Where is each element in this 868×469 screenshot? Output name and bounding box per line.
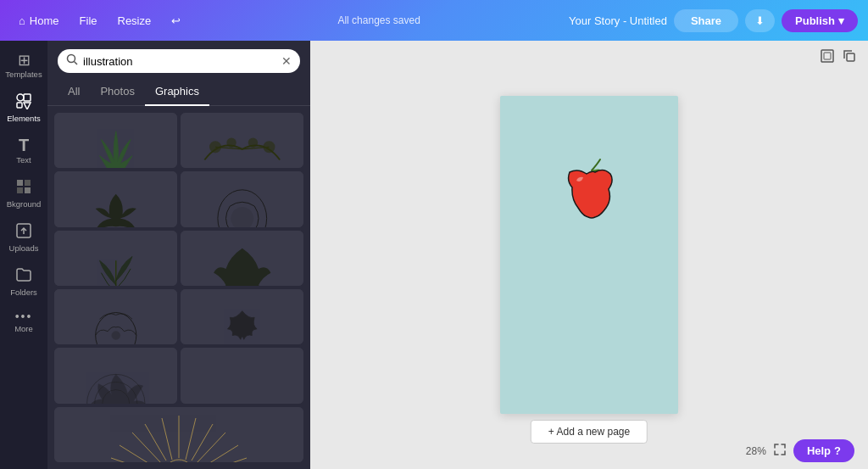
more-icon: ••• [15,310,33,322]
sidebar-item-label: Uploads [9,243,39,253]
svg-line-31 [145,424,166,461]
sidebar-item-uploads[interactable]: Uploads [3,217,45,258]
help-icon: ? [834,444,841,457]
canvas-area: + Add a new page 28% Help ? [310,41,868,469]
list-item[interactable]: FREE $1.00 [181,231,303,286]
list-item[interactable]: FREE [54,289,177,344]
text-icon: T [19,137,29,154]
share-button[interactable]: Share [674,9,738,32]
search-icon [66,53,78,69]
sidebar-item-elements[interactable]: Elements [3,87,45,128]
elements-icon [15,92,32,112]
tab-photos[interactable]: Photos [90,78,144,106]
panel-grid: FREE [47,106,310,469]
svg-rect-3 [17,103,22,108]
view-icon[interactable] [819,47,836,68]
resize-button[interactable]: Resize [109,10,160,31]
undo-icon: ↩ [171,14,181,27]
publish-chevron-icon: ▾ [838,14,844,27]
svg-rect-41 [824,53,831,59]
story-canvas[interactable] [500,96,678,414]
sidebar-item-label: More [14,324,33,333]
sidebar-item-label: Templates [5,70,42,79]
sidebar-item-label: Elements [7,114,41,123]
search-area: ✕ [47,41,310,78]
sidebar-item-label: Bkground [7,199,42,209]
sidebar-item-label: Folders [10,288,37,297]
svg-line-34 [186,418,196,460]
svg-line-11 [75,62,78,65]
svg-marker-2 [24,103,31,109]
main: ⊞ Templates Elements T Text [0,41,868,469]
svg-line-38 [202,458,247,462]
list-item[interactable] [181,348,303,403]
autosave-label: All changes saved [337,14,420,26]
svg-rect-4 [17,180,23,186]
topbar: ⌂ Home File Resize ↩ All changes saved Y… [0,0,868,41]
zoom-label: 28% [746,445,766,457]
list-item[interactable]: FREE [181,113,303,168]
svg-line-32 [120,445,158,462]
undo-button[interactable]: ↩ [163,10,189,31]
svg-point-10 [68,55,75,63]
folders-icon [15,266,32,286]
download-button[interactable]: ⬇ [745,9,775,32]
sidebar-item-text[interactable]: T Text [3,131,45,170]
sidebar: ⊞ Templates Elements T Text [0,41,47,469]
svg-rect-40 [821,50,833,62]
canvas-tools [819,47,858,68]
templates-icon: ⊞ [18,53,31,68]
sidebar-item-background[interactable]: Bkground [3,173,45,214]
svg-rect-5 [25,180,31,186]
document-title: Your Story - Untitled [569,14,667,27]
help-button[interactable]: Help ? [793,439,854,462]
svg-rect-1 [24,94,31,101]
svg-line-28 [192,424,213,461]
list-item[interactable]: $1.00 [181,289,303,344]
svg-rect-7 [25,187,31,193]
svg-line-39 [111,458,156,462]
sidebar-item-folders[interactable]: Folders [3,261,45,302]
topbar-left: ⌂ Home File Resize ↩ [10,10,189,31]
tab-all[interactable]: All [58,78,90,106]
topbar-right: Your Story - Untitled Share ⬇ Publish ▾ [569,9,858,32]
list-item[interactable]: FREE [54,113,177,168]
list-item[interactable] [54,171,177,226]
background-icon [15,178,32,198]
sidebar-item-templates[interactable]: ⊞ Templates [3,47,45,84]
svg-point-0 [17,94,24,101]
svg-point-14 [248,138,257,147]
sidebar-item-more[interactable]: ••• More [3,305,45,338]
search-box: ✕ [58,49,300,73]
topbar-center: All changes saved [196,14,562,26]
download-icon: ⬇ [755,14,765,27]
svg-line-37 [132,433,163,462]
tabs: All Photos Graphics [47,78,310,106]
bottom-bar: 28% Help ? [746,439,854,462]
list-item[interactable]: FREE [54,348,177,403]
list-item[interactable]: $1.00 [54,231,177,286]
list-item[interactable]: FREE [54,407,303,462]
search-input[interactable] [83,55,276,68]
svg-rect-6 [17,187,23,193]
file-button[interactable]: File [71,10,106,31]
svg-line-35 [162,418,172,460]
panel: ✕ All Photos Graphics FREE [47,41,310,469]
publish-button[interactable]: Publish ▾ [782,9,858,32]
copy-icon[interactable] [841,47,858,68]
uploads-icon [15,222,32,242]
add-page-button[interactable]: + Add a new page [531,420,648,444]
search-clear-button[interactable]: ✕ [281,54,292,68]
svg-line-36 [195,433,225,462]
home-button[interactable]: ⌂ Home [10,10,68,31]
apple-illustration [551,155,627,243]
svg-point-13 [227,138,236,147]
sidebar-item-label: Text [16,155,31,165]
svg-rect-42 [847,53,854,61]
svg-point-21 [112,332,120,340]
tab-graphics[interactable]: Graphics [145,78,209,106]
zoom-expand-button[interactable] [773,443,787,459]
svg-point-25 [164,460,194,462]
svg-line-29 [200,445,238,462]
list-item[interactable] [181,171,303,226]
